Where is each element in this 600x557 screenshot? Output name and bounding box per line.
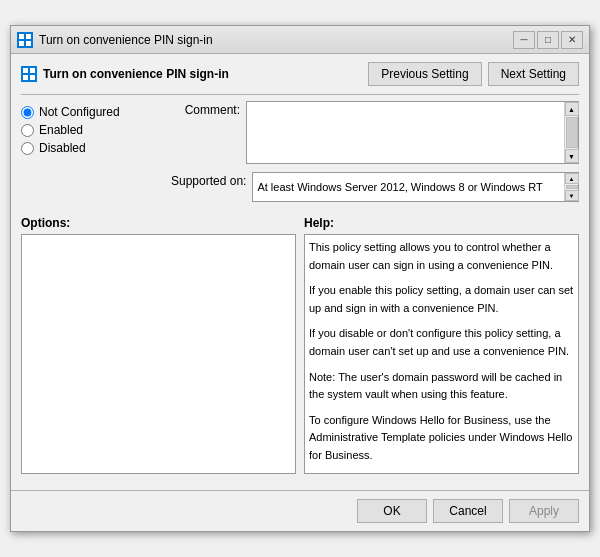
- supported-scroll-down[interactable]: ▼: [565, 190, 579, 201]
- radio-group: Not Configured Enabled Disabled: [21, 101, 161, 159]
- radio-enabled-label: Enabled: [39, 123, 83, 137]
- help-box[interactable]: This policy setting allows you to contro…: [304, 234, 579, 474]
- comment-field-content: ▲ ▼: [246, 101, 579, 164]
- svg-rect-0: [19, 34, 24, 39]
- comment-textarea[interactable]: [247, 102, 578, 160]
- maximize-button[interactable]: □: [537, 31, 559, 49]
- bottom-bar: OK Cancel Apply: [11, 490, 589, 531]
- comment-label: Comment:: [171, 101, 246, 117]
- comment-field-row: Comment: ▲ ▼: [171, 101, 579, 164]
- svg-rect-7: [30, 75, 35, 80]
- previous-setting-button[interactable]: Previous Setting: [368, 62, 481, 86]
- close-button[interactable]: ✕: [561, 31, 583, 49]
- svg-rect-3: [26, 41, 31, 46]
- supported-label: Supported on:: [171, 172, 252, 188]
- svg-rect-2: [19, 41, 24, 46]
- radio-disabled[interactable]: Disabled: [21, 141, 161, 155]
- svg-rect-6: [23, 75, 28, 80]
- title-bar-controls: ─ □ ✕: [513, 31, 583, 49]
- ok-button[interactable]: OK: [357, 499, 427, 523]
- title-bar-text: Turn on convenience PIN sign-in: [39, 33, 213, 47]
- supported-field-content: At least Windows Server 2012, Windows 8 …: [252, 172, 579, 202]
- help-section: Help: This policy setting allows you to …: [304, 216, 579, 474]
- header-title-text: Turn on convenience PIN sign-in: [43, 67, 229, 81]
- dialog-body: Turn on convenience PIN sign-in Previous…: [11, 54, 589, 484]
- comment-scrollable: ▲ ▼: [246, 101, 579, 164]
- comment-scroll-up[interactable]: ▲: [565, 102, 579, 116]
- radio-enabled[interactable]: Enabled: [21, 123, 161, 137]
- cancel-button[interactable]: Cancel: [433, 499, 503, 523]
- radio-enabled-input[interactable]: [21, 124, 34, 137]
- help-paragraph: Note: The user's domain password will be…: [309, 369, 574, 404]
- supported-scroll-thumb: [566, 185, 578, 189]
- title-bar-left: Turn on convenience PIN sign-in: [17, 32, 213, 48]
- radio-not-configured-label: Not Configured: [39, 105, 120, 119]
- options-label: Options:: [21, 216, 296, 230]
- dialog-header-title: Turn on convenience PIN sign-in: [21, 66, 229, 82]
- title-bar-icon: [17, 32, 33, 48]
- options-box: [21, 234, 296, 474]
- options-section: Options:: [21, 216, 296, 474]
- main-content: Not Configured Enabled Disabled Comm: [21, 101, 579, 210]
- help-paragraph: If you enable this policy setting, a dom…: [309, 282, 574, 317]
- sections-row: Options: Help: This policy setting allow…: [21, 216, 579, 474]
- header-icon: [21, 66, 37, 82]
- header-buttons: Previous Setting Next Setting: [368, 62, 579, 86]
- supported-scroll-up[interactable]: ▲: [565, 173, 579, 184]
- left-panel: Not Configured Enabled Disabled: [21, 101, 161, 210]
- apply-button[interactable]: Apply: [509, 499, 579, 523]
- radio-not-configured-input[interactable]: [21, 106, 34, 119]
- svg-rect-5: [30, 68, 35, 73]
- radio-not-configured[interactable]: Not Configured: [21, 105, 161, 119]
- right-panel: Comment: ▲ ▼ Support: [171, 101, 579, 210]
- help-paragraph: If you disable or don't configure this p…: [309, 325, 574, 360]
- comment-scroll-down[interactable]: ▼: [565, 149, 579, 163]
- dialog-window: Turn on convenience PIN sign-in ─ □ ✕ Tu: [10, 25, 590, 532]
- radio-disabled-input[interactable]: [21, 142, 34, 155]
- minimize-button[interactable]: ─: [513, 31, 535, 49]
- supported-scrollable: At least Windows Server 2012, Windows 8 …: [252, 172, 579, 202]
- comment-scroll-thumb: [566, 117, 578, 148]
- next-setting-button[interactable]: Next Setting: [488, 62, 579, 86]
- svg-rect-1: [26, 34, 31, 39]
- radio-disabled-label: Disabled: [39, 141, 86, 155]
- supported-scrollbar: ▲ ▼: [564, 173, 578, 201]
- title-bar: Turn on convenience PIN sign-in ─ □ ✕: [11, 26, 589, 54]
- svg-rect-4: [23, 68, 28, 73]
- supported-field-row: Supported on: At least Windows Server 20…: [171, 172, 579, 202]
- comment-scrollbar: ▲ ▼: [564, 102, 578, 163]
- help-label: Help:: [304, 216, 579, 230]
- help-paragraph: This policy setting allows you to contro…: [309, 239, 574, 274]
- help-paragraph: To configure Windows Hello for Business,…: [309, 412, 574, 465]
- supported-text: At least Windows Server 2012, Windows 8 …: [253, 179, 578, 195]
- dialog-header: Turn on convenience PIN sign-in Previous…: [21, 62, 579, 86]
- separator: [21, 94, 579, 95]
